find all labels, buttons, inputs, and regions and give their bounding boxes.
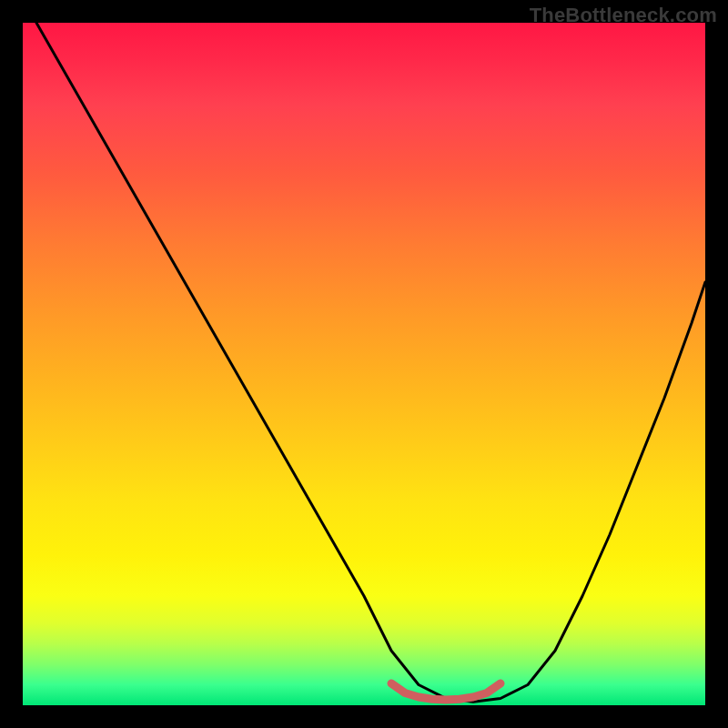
chart-svg	[23, 23, 705, 705]
watermark-text: TheBottleneck.com	[530, 4, 717, 27]
bottleneck-curve	[36, 23, 705, 702]
chart-frame: TheBottleneck.com	[0, 0, 728, 728]
optimal-range-marker	[391, 683, 500, 700]
